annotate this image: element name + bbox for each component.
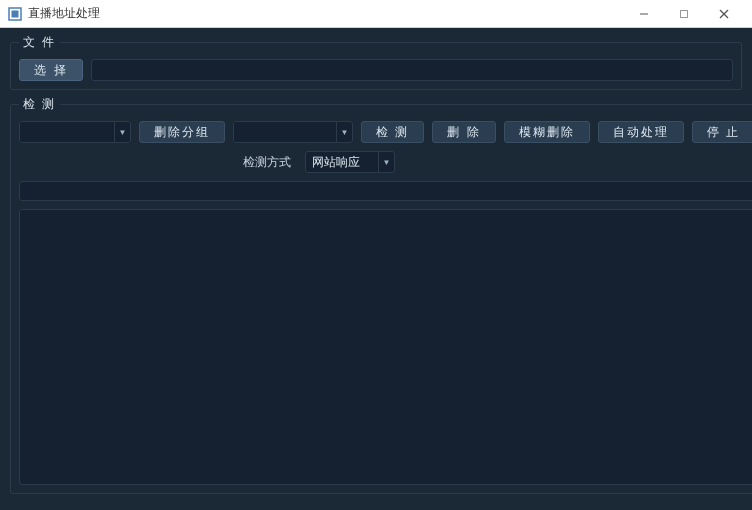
app-icon <box>8 7 22 21</box>
svg-rect-3 <box>681 10 688 17</box>
delete-group-button[interactable]: 删除分组 <box>139 121 225 143</box>
window-title: 直播地址处理 <box>28 5 624 22</box>
chevron-down-icon: ▼ <box>336 122 352 142</box>
window-titlebar: 直播地址处理 <box>0 0 752 28</box>
chevron-down-icon: ▼ <box>378 152 394 172</box>
svg-rect-1 <box>12 10 19 17</box>
detect-method-select[interactable]: 网站响应 ▼ <box>305 151 395 173</box>
maximize-button[interactable] <box>664 0 704 28</box>
file-path-input[interactable] <box>91 59 733 81</box>
chevron-down-icon: ▼ <box>114 122 130 142</box>
auto-process-button[interactable]: 自动处理 <box>598 121 684 143</box>
detect-group: 检 测 ▼ 删除分组 ▼ 检 测 删 除 模糊删除 自动处理 停 止 检测方式 <box>10 96 752 494</box>
file-group: 文 件 选 择 <box>10 34 742 90</box>
delete-button[interactable]: 删 除 <box>432 121 495 143</box>
window-controls <box>624 0 744 28</box>
file-group-legend: 文 件 <box>19 34 60 51</box>
stop-button[interactable]: 停 止 <box>692 121 752 143</box>
detect-method-value: 网站响应 <box>312 154 360 171</box>
minimize-button[interactable] <box>624 0 664 28</box>
close-button[interactable] <box>704 0 744 28</box>
choose-file-button[interactable]: 选 择 <box>19 59 83 81</box>
detect-button[interactable]: 检 测 <box>361 121 424 143</box>
group-select-2[interactable]: ▼ <box>233 121 353 143</box>
group-select-1[interactable]: ▼ <box>19 121 131 143</box>
detect-group-legend: 检 测 <box>19 96 60 113</box>
detect-log-area[interactable] <box>19 209 752 485</box>
detect-result-field[interactable] <box>19 181 752 201</box>
fuzzy-delete-button[interactable]: 模糊删除 <box>504 121 590 143</box>
detect-method-label: 检测方式 <box>243 154 291 171</box>
app-body: 文 件 选 择 检 测 ▼ 删除分组 ▼ 检 测 删 除 模糊删除 自动 <box>0 28 752 510</box>
